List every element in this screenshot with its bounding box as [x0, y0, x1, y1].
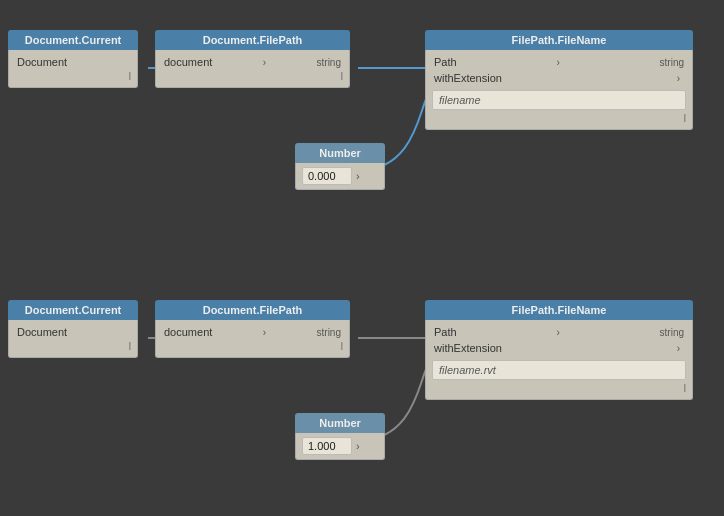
filepath-port-path-1: Path: [434, 56, 457, 68]
filepath-type-string-2: string: [660, 327, 684, 338]
number-node-1: Number 0.000 ›: [295, 143, 385, 190]
number-arrow-2: ›: [356, 440, 360, 452]
number-title-1: Number: [295, 143, 385, 163]
doc-filepath-arrow-2: ›: [263, 327, 266, 338]
doc-filepath-bottom-1: l: [156, 70, 349, 83]
doc-filepath-port-document-2: document: [164, 326, 212, 338]
doc-current-node-1: Document.Current Document l: [8, 30, 138, 88]
filepath-bottom-2: l: [426, 382, 692, 395]
filepath-arrow-withext-1: ›: [677, 73, 680, 84]
filepath-arrow-withext-2: ›: [677, 343, 680, 354]
doc-current-bottom-2: l: [9, 340, 137, 353]
filepath-port-withext-1: withExtension: [434, 72, 502, 84]
doc-filepath-port-document-1: document: [164, 56, 212, 68]
filepath-arrow-path-1: ›: [556, 57, 559, 68]
doc-current-bottom-1: l: [9, 70, 137, 83]
doc-filepath-title-2: Document.FilePath: [155, 300, 350, 320]
filepath-arrow-path-2: ›: [556, 327, 559, 338]
filepath-filename-node-1: FilePath.FileName Path › string withExte…: [425, 30, 693, 130]
doc-filepath-bottom-2: l: [156, 340, 349, 353]
doc-filepath-node-2: Document.FilePath document › string l: [155, 300, 350, 358]
number-title-2: Number: [295, 413, 385, 433]
doc-filepath-title-1: Document.FilePath: [155, 30, 350, 50]
doc-current-node-2: Document.Current Document l: [8, 300, 138, 358]
doc-filepath-type-string-2: string: [317, 327, 341, 338]
filepath-bottom-1: l: [426, 112, 692, 125]
number-arrow-1: ›: [356, 170, 360, 182]
filepath-port-withext-2: withExtension: [434, 342, 502, 354]
filepath-filename-title-1: FilePath.FileName: [425, 30, 693, 50]
filepath-type-string-1: string: [660, 57, 684, 68]
filepath-filename-title-2: FilePath.FileName: [425, 300, 693, 320]
doc-current-title-1: Document.Current: [8, 30, 138, 50]
filepath-output-1: filename: [432, 90, 686, 110]
number-value-1[interactable]: 0.000: [302, 167, 352, 185]
number-value-2[interactable]: 1.000: [302, 437, 352, 455]
number-node-2: Number 1.000 ›: [295, 413, 385, 460]
filepath-output-2: filename.rvt: [432, 360, 686, 380]
doc-filepath-type-string-1: string: [317, 57, 341, 68]
filepath-filename-node-2: FilePath.FileName Path › string withExte…: [425, 300, 693, 400]
doc-filepath-arrow-1: ›: [263, 57, 266, 68]
filepath-port-path-2: Path: [434, 326, 457, 338]
doc-current-port-document-2: Document: [17, 326, 67, 338]
doc-filepath-node-1: Document.FilePath document › string l: [155, 30, 350, 88]
doc-current-port-document-1: Document: [17, 56, 67, 68]
doc-current-title-2: Document.Current: [8, 300, 138, 320]
